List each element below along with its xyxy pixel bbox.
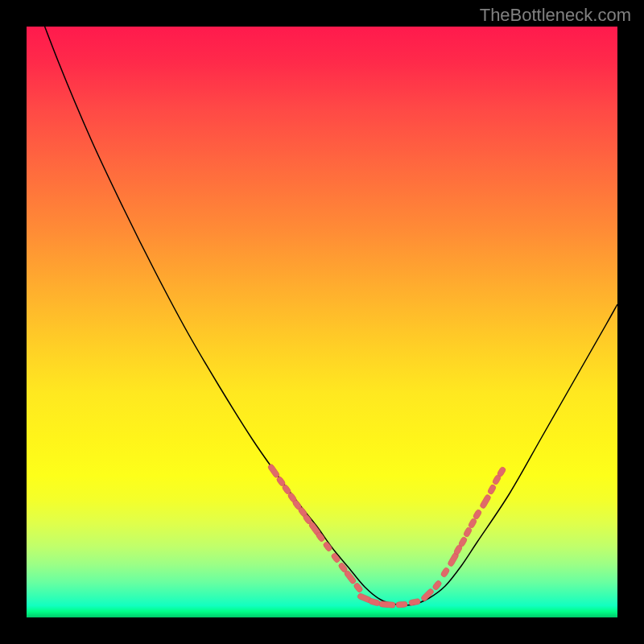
curve-marker <box>379 601 396 609</box>
curve-marker <box>432 580 443 591</box>
curve-marker <box>331 552 341 564</box>
chart-svg <box>27 27 617 617</box>
marker-cluster-left <box>267 464 363 593</box>
marker-cluster-bottom <box>357 592 420 608</box>
curve-marker <box>420 588 435 602</box>
curve-marker <box>396 601 408 608</box>
curve-marker <box>487 484 497 495</box>
curve-marker <box>323 541 333 552</box>
curve-marker <box>344 570 357 585</box>
curve-marker <box>473 509 482 520</box>
curve-marker <box>468 518 477 529</box>
curve-marker <box>440 567 450 578</box>
marker-cluster-right <box>420 466 506 602</box>
curve-marker <box>479 493 491 509</box>
bottleneck-curve <box>27 27 617 605</box>
chart-plot-area <box>27 27 617 617</box>
curve-marker <box>463 526 473 538</box>
attribution-text: TheBottleneck.com <box>480 5 631 26</box>
curve-marker <box>408 598 420 605</box>
curve-marker <box>267 464 280 479</box>
